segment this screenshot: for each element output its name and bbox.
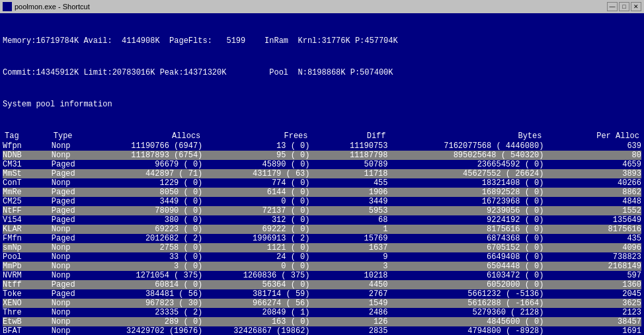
minimize-button[interactable]: — xyxy=(607,2,618,11)
title-bar: poolmon.exe - Shortcut — □ ✕ xyxy=(0,0,644,13)
cell-frees: 163 ( 0) xyxy=(202,317,309,326)
cell-peralloc: 597 xyxy=(543,271,641,280)
cell-bytes: 5661232 ( -5136) xyxy=(388,289,544,299)
cell-bytes: 895025648 ( 540320) xyxy=(388,151,544,160)
cell-diff: 126 xyxy=(310,317,388,326)
cell-frees: 431179 ( 63) xyxy=(202,169,309,178)
cell-diff: 1 xyxy=(310,225,388,234)
header-tag: Tag xyxy=(3,131,52,141)
cell-diff: 2767 xyxy=(310,289,388,299)
table-row: smNpNonp2758 ( 0)1121 ( 0)16376705152 ( … xyxy=(3,243,641,252)
cell-allocs: 60814 ( 0) xyxy=(95,280,202,289)
cell-diff: 68 xyxy=(310,215,388,225)
cell-diff: 4450 xyxy=(310,280,388,289)
cell-tag: NDNB xyxy=(3,151,52,160)
cell-diff: 1637 xyxy=(310,243,388,252)
cell-peralloc: 738823 xyxy=(543,252,641,262)
cell-frees: 966274 ( 56) xyxy=(202,299,309,308)
cell-allocs: 32429702 (19676) xyxy=(95,326,202,335)
table-row: NDNBNonp11187893 (6754)95 ( 0)1118779889… xyxy=(3,151,641,160)
cell-allocs: 78090 ( 0) xyxy=(95,206,202,215)
cell-peralloc: 4659 xyxy=(543,160,641,169)
cell-diff: 1549 xyxy=(310,299,388,308)
cell-tag: XENO xyxy=(3,299,52,308)
cell-bytes: 6874368 ( 0) xyxy=(388,234,544,243)
cell-diff: 11718 xyxy=(310,169,388,178)
cell-tag: KLAR xyxy=(3,225,52,234)
cell-bytes: 8175616 ( 0) xyxy=(388,225,544,234)
cell-tag: smNp xyxy=(3,243,52,252)
cell-bytes: 45627552 ( 26624) xyxy=(388,169,544,178)
cell-type: Paged xyxy=(52,234,95,243)
cell-allocs: 11187893 (6754) xyxy=(95,151,202,160)
info-line-3: System pool information xyxy=(3,99,641,110)
table-row: Vi54Paged380 ( 0)312 ( 0)689224192 ( 0)1… xyxy=(3,215,641,225)
cell-peralloc: 1552 xyxy=(543,206,641,215)
cell-frees: 72137 ( 0) xyxy=(202,206,309,215)
maximize-button[interactable]: □ xyxy=(619,2,629,11)
cell-diff: 10218 xyxy=(310,271,388,280)
cell-type: Paged xyxy=(52,280,95,289)
cell-peralloc: 2045 xyxy=(543,289,641,299)
cell-peralloc: 8862 xyxy=(543,188,641,197)
cell-peralloc: 2123 xyxy=(543,308,641,317)
info-line-2: Commit:14345912K Limit:20783016K Peak:14… xyxy=(3,67,641,78)
cell-type: Nonp xyxy=(52,225,95,234)
cell-peralloc: 40266 xyxy=(543,178,641,188)
cell-type: Nonp xyxy=(52,178,95,188)
cell-allocs: 1271054 ( 375) xyxy=(95,271,202,280)
table-header-row: Tag Type Allocs Frees Diff Bytes Per All… xyxy=(3,131,641,141)
cell-frees: 6144 ( 0) xyxy=(202,188,309,197)
cell-tag: MmPb xyxy=(3,262,52,271)
cell-diff: 11190753 xyxy=(310,141,388,151)
cell-frees: 69222 ( 0) xyxy=(202,225,309,234)
cell-frees: 95 ( 0) xyxy=(202,151,309,160)
info-lines: Memory:16719784K Avail: 4114908K PageFlt… xyxy=(3,15,641,131)
header-bytes: Bytes xyxy=(388,131,544,141)
cell-allocs: 2758 ( 0) xyxy=(95,243,202,252)
cell-allocs: 11190766 (6947) xyxy=(95,141,202,151)
cell-frees: 1260836 ( 375) xyxy=(202,271,309,280)
cell-tag: NtFF xyxy=(3,206,52,215)
cell-allocs: 96679 ( 0) xyxy=(95,160,202,169)
cell-peralloc: 38457 xyxy=(543,317,641,326)
info-line-1: Memory:16719784K Avail: 4114908K PageFlt… xyxy=(3,36,641,46)
cell-allocs: 442897 ( 71) xyxy=(95,169,202,178)
cell-frees: 381714 ( 59) xyxy=(202,289,309,299)
table-row: BFATNonp32429702 (19676)32426867 (19862)… xyxy=(3,326,641,335)
cell-bytes: 6649408 ( 0) xyxy=(388,252,544,262)
cell-bytes: 6504448 ( 0) xyxy=(388,262,544,271)
title-bar-icon xyxy=(3,2,12,11)
table-row: MmRePaged8050 ( 0)6144 ( 0)190616892528 … xyxy=(3,188,641,197)
cell-diff: 2486 xyxy=(310,308,388,317)
cell-tag: Pool xyxy=(3,252,52,262)
cell-type: Nonp xyxy=(52,326,95,335)
cell-type: Paged xyxy=(52,169,95,178)
cell-allocs: 3 ( 0) xyxy=(95,262,202,271)
cell-tag: FMfn xyxy=(3,234,52,243)
cell-bytes: 5616288 ( -1664) xyxy=(388,299,544,308)
cell-allocs: 8050 ( 0) xyxy=(95,188,202,197)
cell-diff: 2835 xyxy=(310,326,388,335)
cell-bytes: 6052000 ( 0) xyxy=(388,280,544,289)
cell-bytes: 236654592 ( 0) xyxy=(388,160,544,169)
table-row: CM31Paged96679 ( 0)45890 ( 0)50789236654… xyxy=(3,160,641,169)
cell-frees: 45890 ( 0) xyxy=(202,160,309,169)
header-diff: Diff xyxy=(310,131,388,141)
table-row: XENONonp967823 ( 30)966274 ( 56)15495616… xyxy=(3,299,641,308)
header-type: Type xyxy=(52,131,95,141)
cell-peralloc: 3893 xyxy=(543,169,641,178)
cell-bytes: 4794800 ( -8928) xyxy=(388,326,544,335)
cell-frees: 0 ( 0) xyxy=(202,197,309,206)
cell-tag: Vi54 xyxy=(3,215,52,225)
cell-allocs: 289 ( 0) xyxy=(95,317,202,326)
table-row: MmStPaged442897 ( 71)431179 ( 63)1171845… xyxy=(3,169,641,178)
cell-peralloc: 8175616 xyxy=(543,225,641,234)
cell-peralloc: 80 xyxy=(543,151,641,160)
cell-diff: 3449 xyxy=(310,197,388,206)
close-button[interactable]: ✕ xyxy=(631,2,641,11)
cell-allocs: 33 ( 0) xyxy=(95,252,202,262)
cell-bytes: 9224192 ( 0) xyxy=(388,215,544,225)
table-row: KLARNonp69223 ( 0)69222 ( 0)18175616 ( 0… xyxy=(3,225,641,234)
cell-diff: 50789 xyxy=(310,160,388,169)
